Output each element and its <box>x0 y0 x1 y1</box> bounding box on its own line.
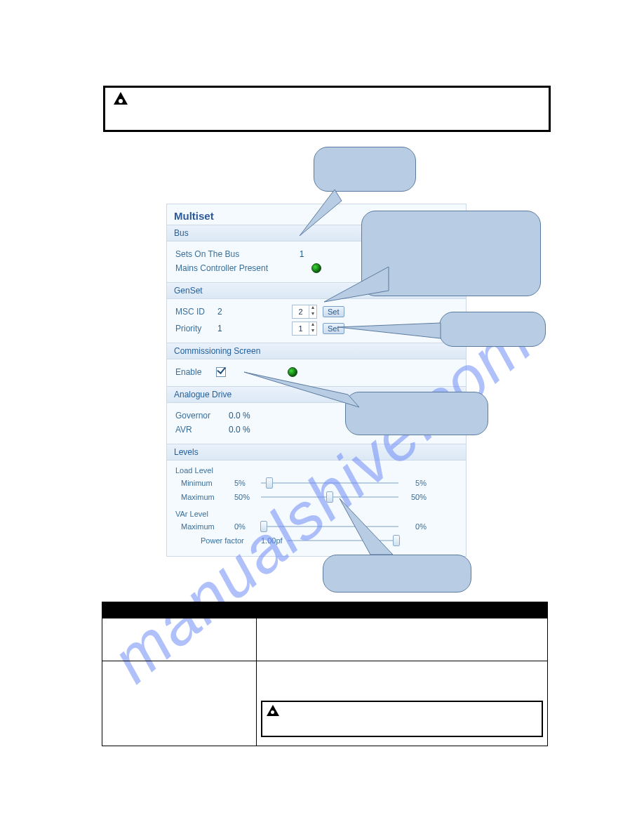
load-min-val: 5% <box>234 479 261 487</box>
governor-label: Governor <box>175 411 229 421</box>
mains-present-led <box>311 263 321 273</box>
msc-id-current: 2 <box>217 307 253 317</box>
enable-label: Enable <box>175 367 216 377</box>
var-max-label: Maximum <box>181 522 234 531</box>
msc-id-label: MSC ID <box>175 307 217 317</box>
callout-tail-1 <box>296 188 345 239</box>
table-row <box>102 661 548 746</box>
load-max-val: 50% <box>234 493 261 501</box>
load-max-label: Maximum <box>181 493 234 501</box>
priority-current: 1 <box>217 324 253 333</box>
callout-tail-3 <box>337 320 442 343</box>
callout-tail-5 <box>337 497 400 557</box>
load-min-label: Minimum <box>181 479 234 487</box>
description-table <box>102 602 548 746</box>
callout-bubble-1 <box>314 147 416 192</box>
callout-bubble-3 <box>439 312 546 347</box>
section-header-commissioning: Commissioning Screen <box>167 343 466 359</box>
stepper-down-icon[interactable]: ▾ <box>309 312 316 318</box>
bus-sets-value: 1 <box>292 249 311 259</box>
load-level-header: Load Level <box>175 466 457 475</box>
load-min-out: 5% <box>398 479 427 487</box>
enable-checkbox[interactable] <box>216 367 226 377</box>
table-header-1 <box>102 602 257 618</box>
note-box-inline <box>261 701 543 737</box>
avr-label: AVR <box>175 425 229 435</box>
priority-label: Priority <box>175 324 217 333</box>
callout-tail-4 <box>243 371 362 413</box>
table-row <box>102 618 548 661</box>
mains-present-label: Mains Controller Present <box>175 263 292 273</box>
callout-tail-2 <box>321 265 391 305</box>
msc-id-stepper[interactable]: 2 ▴▾ <box>292 305 317 319</box>
stepper-down-icon[interactable]: ▾ <box>309 329 316 335</box>
msc-id-set-button[interactable]: Set <box>323 306 344 317</box>
section-header-levels: Levels <box>167 444 466 461</box>
avr-value: 0.0 % <box>229 425 250 435</box>
pf-val: 1.00pf <box>261 536 288 545</box>
note-box-top <box>103 86 551 132</box>
load-max-out: 50% <box>398 493 427 501</box>
priority-stepper[interactable]: 1 ▴▾ <box>292 322 317 336</box>
pf-label: Power factor <box>201 536 261 545</box>
var-max-out: 0% <box>398 522 427 531</box>
load-min-slider[interactable] <box>261 478 398 488</box>
callout-bubble-5 <box>323 555 471 593</box>
var-level-header: VAr Level <box>175 510 457 518</box>
callout-bubble-4 <box>345 392 488 435</box>
table-header-2 <box>257 602 548 618</box>
bus-sets-label: Sets On The Bus <box>175 249 292 259</box>
var-max-val: 0% <box>234 522 261 531</box>
